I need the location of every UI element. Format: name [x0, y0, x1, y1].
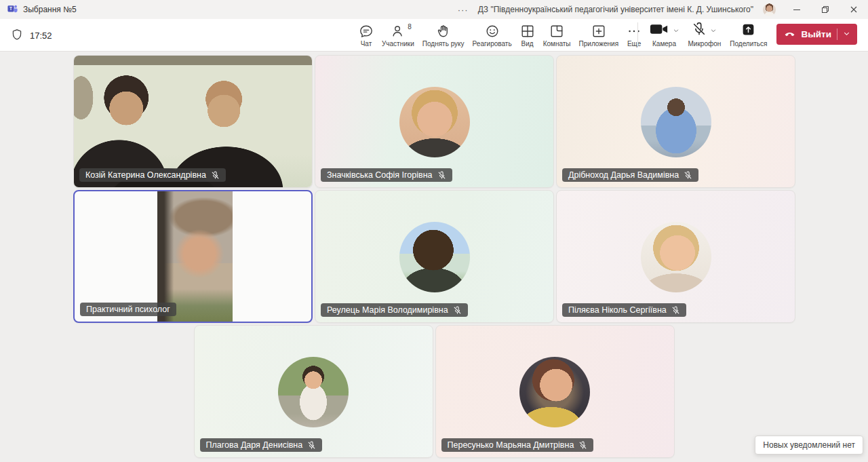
breakout-rooms-icon	[549, 22, 564, 39]
mic-muted-icon	[671, 306, 680, 315]
leave-button[interactable]: Выйти	[776, 24, 858, 45]
chat-icon	[359, 22, 374, 39]
participant-name-label: Значківська Софія Ігорівна	[321, 168, 452, 182]
participant-name-label: Піляєва Ніколь Сергіївна	[562, 303, 686, 317]
toolbar-item-participants[interactable]: 8Участники	[380, 22, 416, 47]
participant-name-label: Пересунько Марьяна Дмитрівна	[441, 438, 594, 452]
app-title: Зыбрання №5	[23, 5, 77, 14]
mic-muted-icon	[437, 171, 446, 180]
restore-button[interactable]	[811, 0, 840, 19]
microphone-control[interactable]: Микрофон	[688, 22, 722, 47]
teams-logo-icon: T	[7, 3, 18, 16]
mic-muted-icon	[211, 171, 220, 180]
titlebar-more-icon[interactable]: ···	[458, 5, 469, 15]
participant-video	[74, 56, 312, 187]
user-avatar[interactable]	[763, 3, 776, 16]
toolbar-center: Чат8УчастникиПоднять рукуРеагироватьВидК…	[357, 22, 644, 47]
participant-name: Дрібноход Дарья Вадимівна	[568, 170, 679, 180]
video-grid-row: Плагова Даря ДенисівнаПересунько Марьяна…	[0, 325, 868, 458]
video-grid-row: Практичний психологРеулець Марія Володим…	[73, 190, 868, 323]
close-button[interactable]	[840, 0, 868, 19]
toolbar-item-apps[interactable]: Приложения	[577, 22, 621, 47]
participant-name: Реулець Марія Володимирівна	[327, 305, 448, 315]
window-controls	[783, 0, 868, 19]
share-label: Поделиться	[730, 40, 767, 47]
toolbar-item-label: Комнаты	[543, 40, 571, 47]
participant-name: Козій Катерина Олександрівна	[85, 170, 206, 180]
toolbar-item-chat[interactable]: Чат	[357, 22, 376, 47]
participant-tile[interactable]: Дрібноход Дарья Вадимівна	[556, 55, 795, 188]
participant-tile[interactable]: Практичний психолог	[73, 190, 313, 323]
meeting-stage: Козій Катерина ОлександрівнаЗначківська …	[0, 52, 868, 462]
video-grid: Козій Катерина ОлександрівнаЗначківська …	[0, 52, 868, 458]
camera-options-chevron-icon[interactable]	[673, 27, 679, 34]
participant-name: Плагова Даря Денисівна	[206, 440, 303, 450]
toolbar-item-label: Реагировать	[473, 40, 512, 47]
participant-avatar	[399, 87, 470, 157]
camera-control[interactable]: Камера	[650, 22, 679, 47]
participant-name: Практичний психолог	[86, 305, 170, 314]
toolbar-item-raise-hand[interactable]: Поднять руку	[420, 22, 467, 47]
minimize-button[interactable]	[783, 0, 811, 19]
participant-tile[interactable]: Піляєва Ніколь Сергіївна	[556, 190, 795, 323]
participant-avatar	[519, 357, 590, 427]
share-control[interactable]: Поделиться	[730, 22, 767, 47]
toolbar-item-react[interactable]: Реагировать	[471, 22, 514, 47]
participant-tile[interactable]: Плагова Даря Денисівна	[194, 325, 433, 458]
participant-name-label: Реулець Марія Володимирівна	[321, 303, 468, 317]
participants-icon: 8	[390, 22, 406, 39]
titlebar-center: ··· ДЗ "Південноукраїнський педагогічий …	[458, 3, 776, 16]
mic-muted-icon	[684, 171, 692, 180]
toolbar-item-view[interactable]: Вид	[518, 22, 537, 47]
microphone-label: Микрофон	[688, 40, 722, 47]
toolbar-right: Камера Микрофон Поделиться Выйти	[637, 22, 857, 47]
participant-avatar	[641, 222, 711, 292]
camera-icon	[650, 22, 669, 39]
toolbar-item-label: Вид	[521, 40, 534, 47]
participant-name: Піляєва Ніколь Сергіївна	[568, 305, 667, 315]
toolbar-item-label: Участники	[382, 40, 414, 47]
meeting-timer: 17:52	[30, 31, 52, 41]
meeting-org-title: ДЗ "Південноукраїнський педагогічий унів…	[478, 5, 753, 14]
notification-toast[interactable]: Новых уведомлений нет	[755, 436, 863, 455]
leave-divider	[837, 28, 837, 40]
mic-muted-icon	[578, 441, 587, 450]
toolbar-item-label: Поднять руку	[422, 40, 465, 47]
participant-tile[interactable]: Пересунько Марьяна Дмитрівна	[435, 325, 675, 458]
camera-label: Камера	[652, 40, 676, 47]
svg-text:T: T	[9, 6, 12, 11]
participant-name-label: Плагова Даря Денисівна	[200, 438, 323, 452]
apps-plus-icon	[591, 22, 606, 39]
meeting-status: 17:52	[11, 19, 52, 52]
participant-avatar	[399, 222, 470, 292]
shield-icon	[11, 28, 23, 43]
mic-options-chevron-icon[interactable]	[710, 27, 717, 34]
participants-count-badge: 8	[408, 23, 412, 31]
toolbar-divider	[637, 22, 638, 47]
react-smiley-icon	[485, 22, 500, 39]
participant-tile[interactable]: Значківська Софія Ігорівна	[315, 55, 554, 188]
toolbar-item-label: Приложения	[579, 40, 619, 47]
participant-name-label: Практичний психолог	[80, 303, 176, 316]
mic-muted-icon	[453, 306, 462, 315]
titlebar-left: T Зыбрання №5	[0, 3, 77, 16]
participant-name: Значківська Софія Ігорівна	[327, 170, 433, 180]
toolbar-item-label: Чат	[361, 40, 372, 47]
participant-avatar	[641, 87, 711, 157]
toolbar-item-rooms[interactable]: Комнаты	[541, 22, 573, 47]
video-grid-row: Козій Катерина ОлександрівнаЗначківська …	[73, 55, 868, 188]
view-grid-icon	[520, 22, 535, 39]
leave-options-chevron-icon[interactable]	[843, 29, 850, 39]
participant-name: Пересунько Марьяна Дмитрівна	[448, 440, 574, 450]
share-screen-icon	[741, 22, 755, 39]
notification-text: Новых уведомлений нет	[763, 440, 855, 450]
participant-tile[interactable]: Реулець Марія Володимирівна	[315, 190, 554, 323]
participant-tile[interactable]: Козій Катерина Олександрівна	[73, 55, 313, 188]
participant-name-label: Козій Катерина Олександрівна	[79, 168, 226, 182]
raise-hand-icon	[436, 22, 451, 39]
participant-avatar	[278, 357, 349, 427]
phone-hangup-icon	[783, 27, 796, 42]
meeting-toolbar: 17:52 Чат8УчастникиПоднять рукуРеагирова…	[0, 19, 868, 52]
mic-muted-icon	[692, 22, 707, 39]
leave-label: Выйти	[802, 29, 832, 39]
